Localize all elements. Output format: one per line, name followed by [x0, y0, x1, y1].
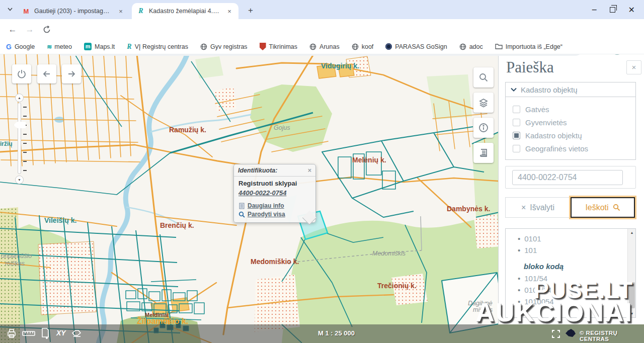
map-label: Gojus: [274, 124, 290, 131]
chevron-down-icon: [511, 88, 517, 92]
parcel-code-link[interactable]: 4400-0022-0754: [238, 189, 286, 197]
checkbox[interactable]: [513, 119, 520, 126]
zoom-slider[interactable]: ▲ ▼: [15, 94, 27, 184]
gosign-icon: [385, 43, 392, 50]
measure-tool-button[interactable]: [22, 330, 35, 339]
browser-forward-button[interactable]: →: [23, 23, 36, 36]
scrollbar-thumb[interactable]: [629, 282, 635, 308]
chevron-down-icon: [8, 8, 13, 11]
meteo-icon: ≋: [47, 43, 51, 50]
search-button[interactable]: Ieškoti: [571, 197, 635, 218]
xy-coordinates-tool-button[interactable]: XY: [56, 329, 66, 337]
registru-centras-icon: R: [137, 7, 145, 15]
panel-title: Paieška: [506, 58, 554, 76]
reload-icon: [43, 26, 51, 34]
tab-kadastro[interactable]: R Kadastro žemėlapiai 4.1.25 ×: [132, 3, 238, 19]
google-icon: G: [6, 43, 12, 51]
search-icon: [238, 211, 245, 218]
checkbox[interactable]: [513, 145, 520, 152]
checkbox-row-gyvenvietes[interactable]: Gyvenvietės: [513, 116, 635, 129]
globe-icon: [352, 43, 359, 50]
minimize-button[interactable]: –: [592, 5, 597, 14]
bookmark-parasas-gosign[interactable]: PARASAS GoSign: [385, 43, 447, 50]
zoom-out-button[interactable]: ▼: [15, 176, 24, 184]
globe-icon: [309, 43, 316, 50]
scroll-up-arrow[interactable]: ▲: [628, 229, 636, 236]
map-bottom-toolbar: XY M 1 : 25 000 © REGISTRŲ CENTRAS: [0, 324, 644, 343]
map-search-button[interactable]: [473, 67, 494, 88]
scroll-down-arrow[interactable]: ▼: [628, 310, 636, 317]
result-item[interactable]: •0101: [506, 233, 635, 244]
window-close-button[interactable]: ✕: [628, 5, 635, 15]
map-label: Trečionių k.: [377, 282, 417, 290]
result-group-heading: bloko kodą: [506, 256, 635, 273]
tab-search-button[interactable]: [4, 4, 16, 15]
checkbox-row-gatves[interactable]: Gatvės: [513, 103, 635, 116]
checkbox-row-geografines-vietos[interactable]: Geografinės vietos: [513, 142, 635, 155]
map-label: Dambynės k.: [447, 205, 490, 213]
bookmark-registru-centras[interactable]: RVĮ Registrų centras: [127, 43, 188, 51]
bookmark-koof[interactable]: koof: [352, 43, 374, 50]
clear-button[interactable]: × Išvalyti: [505, 197, 571, 218]
lithuania-shape-icon: [566, 329, 576, 337]
map-label: Medomiškis: [372, 250, 406, 257]
fullscreen-button[interactable]: [551, 329, 560, 340]
browser-window: Vidugirių k. Ramužių k. Gojus Melėnių k.…: [0, 0, 644, 343]
map-label: miškas: [5, 260, 25, 267]
map-label: Meldiniai: [145, 312, 169, 318]
eraser-icon: [71, 329, 83, 337]
result-item[interactable]: •0101/54: [506, 284, 635, 296]
checkbox-checked[interactable]: [513, 132, 520, 139]
zoom-in-button[interactable]: ▲: [15, 94, 24, 102]
erase-tool-button[interactable]: [71, 329, 83, 339]
popup-close-icon[interactable]: ×: [308, 167, 311, 174]
maps-lt-icon: m: [84, 43, 92, 50]
registru-centras-icon: R: [127, 43, 131, 51]
checkbox[interactable]: [513, 106, 520, 113]
zoom-slider-handle[interactable]: [14, 122, 26, 128]
bookmark-adoc[interactable]: adoc: [459, 43, 483, 50]
result-item[interactable]: •101/54: [506, 273, 635, 284]
result-item[interactable]: •1010054: [506, 296, 635, 307]
search-results-list: •0101 •101 bloko kodą •101/54 •0101/54 •…: [505, 228, 636, 318]
bookmark-arunas[interactable]: Arunas: [309, 43, 340, 50]
map-label: Dagilynė: [468, 300, 493, 307]
history-forward-button[interactable]: [62, 64, 81, 83]
results-scrollbar[interactable]: ▲ ▼: [627, 229, 635, 317]
result-item[interactable]: •101: [506, 244, 635, 256]
bookmark-meteo[interactable]: ≋meteo: [47, 43, 72, 50]
search-icon: [478, 72, 489, 83]
bookmark-gyv-registras[interactable]: Gyv registras: [200, 43, 248, 50]
document-icon: [238, 203, 245, 209]
search-type-dropdown[interactable]: Kadastro objektų: [505, 82, 636, 97]
new-tab-button[interactable]: +: [245, 5, 257, 17]
search-input[interactable]: [512, 170, 623, 185]
tab-close-icon[interactable]: ×: [117, 8, 125, 15]
page-add-icon: [40, 327, 50, 339]
browser-back-button[interactable]: ←: [6, 23, 19, 36]
show-all-link[interactable]: Parodyti visa: [248, 211, 285, 218]
search-icon: [613, 204, 620, 211]
bookmark-maps-lt[interactable]: mMaps.lt: [84, 43, 115, 50]
map-layers-button[interactable]: [473, 93, 494, 113]
panel-close-button[interactable]: ×: [626, 60, 641, 74]
more-info-link[interactable]: Daugiau info: [248, 202, 284, 209]
print-tool-button[interactable]: [6, 328, 17, 340]
map-legend-button[interactable]: [473, 143, 494, 163]
bookmark-tikrinimas[interactable]: Tikrinimas: [260, 43, 297, 50]
print-icon: [6, 328, 17, 338]
map-info-button[interactable]: [473, 118, 494, 138]
tab-gmail[interactable]: M Gautieji (203) - impostageo@g ×: [17, 3, 130, 19]
reload-button[interactable]: [40, 23, 53, 36]
tab-close-icon[interactable]: ×: [225, 8, 233, 15]
bookmark-google[interactable]: GGoogle: [6, 43, 35, 51]
bookmark-folder-edge-import[interactable]: Importuota iš „Edge“: [495, 43, 562, 50]
checkbox-row-kadastro-objektu[interactable]: Kadastro objektų: [513, 129, 635, 142]
power-button[interactable]: [12, 64, 31, 83]
copyright-label: © REGISTRŲ CENTRAS: [580, 330, 644, 342]
history-back-button[interactable]: [37, 64, 56, 83]
identify-popup: Identifikuota: × Registruoti sklypai 440…: [233, 164, 316, 223]
add-object-tool-button[interactable]: [40, 327, 50, 341]
restore-button[interactable]: [610, 7, 615, 13]
zoom-track[interactable]: [18, 103, 21, 174]
